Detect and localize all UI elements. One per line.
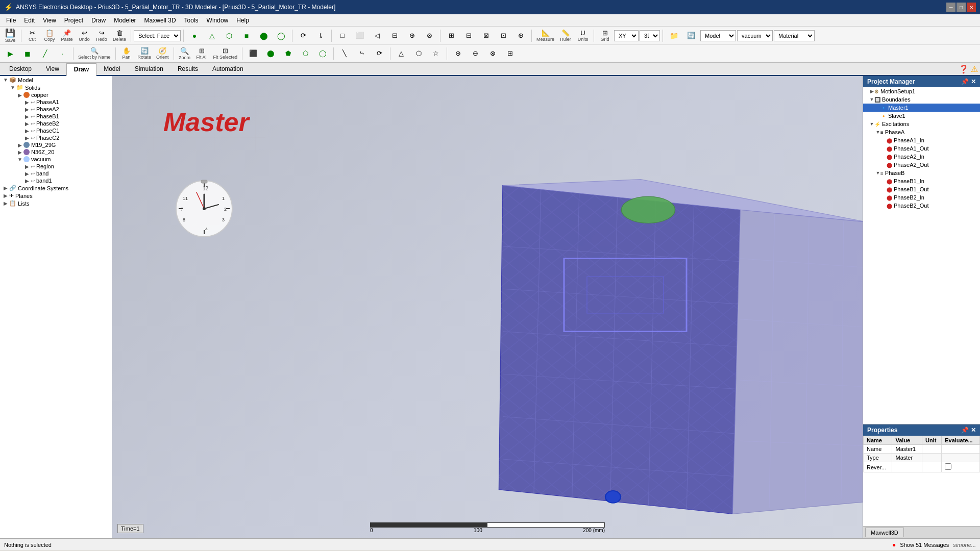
pm-expand-phaseA[interactable]: ▼ <box>875 130 880 135</box>
cut-button[interactable]: ✂ Cut <box>24 28 40 43</box>
menu-draw[interactable]: Draw <box>87 16 110 25</box>
draw-btn-1[interactable]: ⬛ <box>245 46 261 61</box>
tree-item-phaseA2[interactable]: ▶ ↩ PhaseA2 <box>0 106 112 113</box>
shape-btn-7[interactable]: ⟳ <box>295 28 311 43</box>
tree-expand-phaseA2[interactable]: ▶ <box>23 107 31 112</box>
properties-pin-btn[interactable]: 📌 <box>961 427 969 434</box>
tree-item-band[interactable]: ▶ ↩ band <box>0 170 112 177</box>
redo-button[interactable]: ↪ Redo <box>93 28 110 43</box>
menu-help[interactable]: Help <box>232 16 253 25</box>
shape-btn-10[interactable]: ⬜ <box>352 28 368 43</box>
pan-button[interactable]: ✋ Pan <box>118 46 135 61</box>
shape-btn-4[interactable]: ■ <box>238 28 255 43</box>
select-object-btn[interactable]: ▶ <box>2 46 18 61</box>
menu-project[interactable]: Project <box>60 16 87 25</box>
tree-expand-phaseB2[interactable]: ▶ <box>23 121 31 127</box>
draw-btn-2[interactable]: ⬤ <box>262 46 279 61</box>
shape-btn-3[interactable]: ⬡ <box>221 28 237 43</box>
boolean-btn-3[interactable]: ⊠ <box>478 28 494 43</box>
line-btn-1[interactable]: ╲ <box>336 46 353 61</box>
more-btn-3[interactable]: ☆ <box>428 46 444 61</box>
shape-btn-1[interactable]: ● <box>186 28 203 43</box>
tree-expand-copper[interactable]: ▶ <box>16 92 23 98</box>
tree-item-phaseA1[interactable]: ▶ ↩ PhaseA1 <box>0 98 112 106</box>
tree-item-band1[interactable]: ▶ ↩ band1 <box>0 177 112 184</box>
pm-item-phaseB2_in[interactable]: ⬤ PhaseB2_In <box>863 193 980 202</box>
menu-view[interactable]: View <box>39 16 60 25</box>
shape-btn-8[interactable]: ⤹ <box>312 28 329 43</box>
xy-dropdown[interactable]: XY <box>614 30 639 41</box>
material-dropdown[interactable]: Material <box>774 30 815 41</box>
fit-all-button[interactable]: ⊞ Fit All <box>194 46 210 61</box>
prop-rever-checkbox[interactable] <box>945 463 951 470</box>
boolean-btn-1[interactable]: ⊞ <box>443 28 459 43</box>
tree-expand-region[interactable]: ▶ <box>23 164 31 169</box>
undo-button[interactable]: ↩ Undo <box>76 28 92 43</box>
menu-file[interactable]: File <box>2 16 20 25</box>
tab-draw[interactable]: Draw <box>66 63 96 76</box>
pm-item-motionsetup[interactable]: ▶ ⚙ MotionSetup1 <box>863 87 980 95</box>
vacuum-dropdown[interactable]: vacuum <box>737 30 773 41</box>
rotate-button[interactable]: 🔄 Rotate <box>136 46 154 61</box>
tab-results[interactable]: Results <box>170 63 205 76</box>
menu-maxwell3d[interactable]: Maxwell 3D <box>140 16 180 25</box>
more-btn-1[interactable]: △ <box>393 46 409 61</box>
measure-button[interactable]: 📐 Measure <box>534 28 556 43</box>
boolean-btn-4[interactable]: ⊡ <box>495 28 511 43</box>
tree-expand-phaseC2[interactable]: ▶ <box>23 135 31 141</box>
draw-btn-3[interactable]: ⬟ <box>280 46 296 61</box>
boolean-btn-5[interactable]: ⊕ <box>512 28 529 43</box>
tab-model[interactable]: Model <box>96 63 128 76</box>
tree-expand-band1[interactable]: ▶ <box>23 178 31 184</box>
pm-item-phaseB2_out[interactable]: ⬤ PhaseB2_Out <box>863 202 980 210</box>
copy-button[interactable]: 📋 Copy <box>41 28 58 43</box>
maxwell3d-tab[interactable]: Maxwell3D <box>865 528 904 537</box>
tree-expand-M19[interactable]: ▶ <box>16 142 23 148</box>
pm-item-phaseB1_out[interactable]: ⬤ PhaseB1_Out <box>863 185 980 193</box>
minimize-button[interactable]: ─ <box>946 3 955 12</box>
tree-item-M19_29G[interactable]: ▶ M19_29G <box>0 141 112 148</box>
tree-item-phaseB2[interactable]: ▶ ↩ PhaseB2 <box>0 120 112 127</box>
pm-item-phaseA2_in[interactable]: ⬤ PhaseA2_In <box>863 153 980 161</box>
shape-btn-2[interactable]: △ <box>204 28 220 43</box>
tree-expand-phaseC1[interactable]: ▶ <box>23 128 31 134</box>
shape-btn-9[interactable]: □ <box>334 28 351 43</box>
boolean-btn-2[interactable]: ⊟ <box>460 28 477 43</box>
tree-item-planes[interactable]: ▶ ✈ Planes <box>0 192 112 199</box>
tree-item-model[interactable]: ▼ 📦 Model <box>0 76 112 84</box>
folder-btn[interactable]: 📁 <box>666 28 682 43</box>
tree-expand-cs[interactable]: ▶ <box>2 185 9 191</box>
fit-selected-button[interactable]: ⊡ Fit Selected <box>211 46 240 61</box>
pm-item-slave1[interactable]: 🔸 Slave1 <box>863 112 980 120</box>
units-button[interactable]: U Units <box>575 28 591 43</box>
tree-expand-N36Z[interactable]: ▶ <box>16 149 23 155</box>
tree-expand-planes[interactable]: ▶ <box>2 193 9 198</box>
save-button[interactable]: 💾 Save <box>2 28 18 43</box>
pm-item-phaseA[interactable]: ▼ ≡ PhaseA <box>863 128 980 136</box>
more-btn-2[interactable]: ⬡ <box>410 46 427 61</box>
orient-button[interactable]: 🧭 Orient <box>154 46 171 61</box>
pm-item-phaseB1_in[interactable]: ⬤ PhaseB1_In <box>863 177 980 185</box>
tree-expand-vacuum[interactable]: ▼ <box>16 157 23 162</box>
tree-item-phaseC2[interactable]: ▶ ↩ PhaseC2 <box>0 134 112 141</box>
pm-item-excitations[interactable]: ▼ ⚡ Excitations <box>863 120 980 128</box>
tab-simulation[interactable]: Simulation <box>128 63 170 76</box>
pm-item-master1[interactable]: 🔹 Master1 <box>863 104 980 112</box>
tree-item-region[interactable]: ▶ ↩ Region <box>0 163 112 170</box>
tree-item-cs[interactable]: ▶ 🔗 Coordinate Systems <box>0 184 112 192</box>
pm-expand-boundaries[interactable]: ▼ <box>869 97 874 102</box>
select-face-dropdown[interactable]: Select: Face <box>134 30 181 41</box>
tree-expand-solids[interactable]: ▼ <box>9 85 16 90</box>
refresh-btn[interactable]: 🔄 <box>683 28 699 43</box>
select-vertex-btn[interactable]: · <box>54 46 70 61</box>
shape-btn-14[interactable]: ⊗ <box>421 28 437 43</box>
extra-btn-4[interactable]: ⊞ <box>502 46 518 61</box>
maximize-button[interactable]: □ <box>957 3 966 12</box>
panel-close-btn[interactable]: ✕ <box>971 78 976 85</box>
menu-modeler[interactable]: Modeler <box>110 16 140 25</box>
tab-desktop[interactable]: Desktop <box>2 63 39 76</box>
menu-edit[interactable]: Edit <box>20 16 39 25</box>
tree-expand-phaseA1[interactable]: ▶ <box>23 99 31 105</box>
draw-btn-5[interactable]: ◯ <box>314 46 331 61</box>
pm-item-phaseA1_in[interactable]: ⬤ PhaseA1_In <box>863 136 980 144</box>
